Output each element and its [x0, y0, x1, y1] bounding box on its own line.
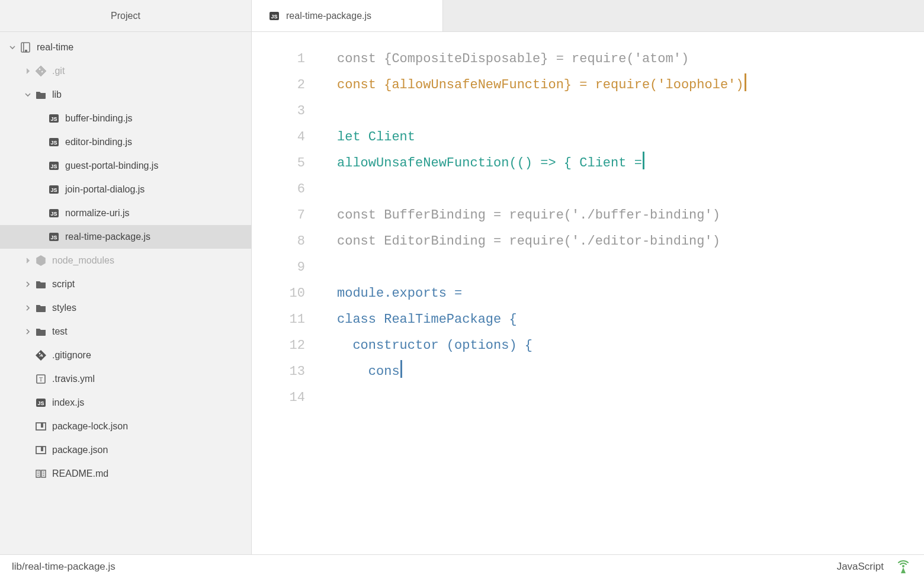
- tree-label: join-portal-dialog.js: [65, 184, 145, 195]
- tree-item-file[interactable]: .gitignore: [0, 343, 251, 367]
- line-number: 2: [252, 72, 305, 98]
- js-file-icon: JS: [47, 136, 60, 149]
- cursor: [643, 152, 644, 169]
- svg-text:JS: JS: [50, 187, 57, 193]
- tree-root[interactable]: real-time: [0, 36, 251, 59]
- code-line[interactable]: [337, 255, 924, 281]
- code-line[interactable]: allowUnsafeNewFunction(() => { Client =: [337, 150, 924, 176]
- code-line[interactable]: class RealTimePackage {: [337, 307, 924, 333]
- tree-item-file[interactable]: JS normalize-uri.js: [0, 201, 251, 225]
- code-line[interactable]: module.exports =: [337, 281, 924, 307]
- tree-label: .gitignore: [52, 350, 91, 361]
- line-number: 12: [252, 333, 305, 359]
- chevron-right-icon[interactable]: [24, 258, 32, 264]
- folder-icon: [34, 301, 47, 314]
- tree-label: real-time: [37, 42, 73, 53]
- svg-rect-1: [23, 43, 24, 52]
- tab-bar[interactable]: JS real-time-package.js: [252, 0, 924, 32]
- chevron-down-icon[interactable]: [24, 92, 32, 98]
- tree-item-file[interactable]: T .travis.yml: [0, 367, 251, 391]
- cursor: [400, 360, 402, 378]
- git-icon: [34, 349, 47, 362]
- chevron-right-icon[interactable]: [24, 329, 32, 335]
- code-line[interactable]: cons: [337, 359, 924, 385]
- code-line[interactable]: const BufferBinding = require('./buffer-…: [337, 203, 924, 229]
- tree-label: buffer-binding.js: [65, 113, 133, 124]
- tree-label: lib: [52, 89, 62, 100]
- js-file-icon: JS: [47, 230, 60, 243]
- code-line[interactable]: const {CompositeDisposable} = require('a…: [337, 46, 924, 72]
- tree-label: index.js: [52, 397, 84, 408]
- file-tree[interactable]: real-time .git lib: [0, 32, 251, 554]
- line-number: 13: [252, 359, 305, 385]
- travis-icon: T: [34, 373, 47, 386]
- teletype-icon[interactable]: [894, 558, 912, 576]
- line-number: 3: [252, 98, 305, 124]
- svg-rect-2: [25, 50, 27, 52]
- tree-item-file[interactable]: package-lock.json: [0, 415, 251, 438]
- tree-item-file[interactable]: JS join-portal-dialog.js: [0, 178, 251, 201]
- tree-item-folder[interactable]: script: [0, 272, 251, 296]
- code-area[interactable]: const {CompositeDisposable} = require('a…: [316, 46, 924, 554]
- readme-icon: [34, 467, 47, 480]
- tab-active[interactable]: JS real-time-package.js: [252, 0, 443, 31]
- tab-title: real-time-package.js: [286, 11, 371, 21]
- status-file-path[interactable]: lib/real-time-package.js: [12, 561, 116, 573]
- svg-text:JS: JS: [37, 400, 44, 406]
- code-line[interactable]: [337, 176, 924, 203]
- cursor: [745, 73, 746, 91]
- code-line[interactable]: [337, 98, 924, 124]
- folder-icon: [34, 325, 47, 338]
- js-file-icon: JS: [47, 159, 60, 172]
- tree-item-file[interactable]: JS index.js: [0, 391, 251, 415]
- gutter: 1234567891011121314: [252, 46, 316, 554]
- npm-icon: [34, 444, 47, 457]
- chevron-right-icon[interactable]: [24, 281, 32, 287]
- line-number: 10: [252, 281, 305, 307]
- svg-point-3: [39, 69, 41, 70]
- tree-item-file[interactable]: package.json: [0, 438, 251, 462]
- svg-rect-28: [41, 447, 43, 451]
- tree-label: package-lock.json: [52, 421, 128, 432]
- tree-label: .git: [52, 66, 65, 76]
- line-number: 5: [252, 150, 305, 176]
- tree-item-folder[interactable]: test: [0, 320, 251, 343]
- git-icon: [34, 65, 47, 78]
- svg-text:JS: JS: [50, 235, 57, 240]
- status-language[interactable]: JavaScript: [837, 561, 884, 573]
- repo-icon: [19, 41, 32, 54]
- tree-item-file[interactable]: JS guest-portal-binding.js: [0, 154, 251, 178]
- line-number: 9: [252, 255, 305, 281]
- tree-label: real-time-package.js: [65, 232, 150, 242]
- tree-item-file[interactable]: README.md: [0, 462, 251, 486]
- svg-text:JS: JS: [50, 211, 57, 217]
- tree-item-file[interactable]: JS buffer-binding.js: [0, 107, 251, 130]
- chevron-right-icon[interactable]: [24, 305, 32, 311]
- code-line[interactable]: constructor (options) {: [337, 333, 924, 359]
- code-line[interactable]: [337, 385, 924, 411]
- project-sidebar: Project real-time .gi: [0, 0, 252, 554]
- tree-item-file[interactable]: JS editor-binding.js: [0, 130, 251, 154]
- tree-label: README.md: [52, 468, 108, 479]
- editor-pane: JS real-time-package.js 1234567891011121…: [252, 0, 924, 554]
- code-editor[interactable]: 1234567891011121314 const {CompositeDisp…: [252, 32, 924, 554]
- tree-item-node-modules[interactable]: node_modules: [0, 249, 251, 272]
- svg-point-18: [39, 353, 41, 355]
- svg-text:JS: JS: [271, 14, 277, 20]
- svg-text:T: T: [39, 376, 43, 383]
- js-file-icon: JS: [47, 183, 60, 196]
- tree-item-file[interactable]: JS real-time-package.js: [0, 225, 251, 249]
- tree-item-git[interactable]: .git: [0, 59, 251, 83]
- tree-label: editor-binding.js: [65, 137, 132, 147]
- svg-point-31: [902, 565, 904, 567]
- folder-icon: [34, 278, 47, 291]
- code-line[interactable]: const {allowUnsafeNewFunction} = require…: [337, 72, 924, 98]
- code-line[interactable]: let Client: [337, 124, 924, 150]
- tree-item-folder[interactable]: styles: [0, 296, 251, 320]
- line-number: 8: [252, 229, 305, 255]
- tree-item-lib[interactable]: lib: [0, 83, 251, 107]
- tree-label: test: [52, 326, 68, 337]
- chevron-right-icon[interactable]: [24, 68, 32, 74]
- code-line[interactable]: const EditorBinding = require('./editor-…: [337, 229, 924, 255]
- chevron-down-icon[interactable]: [8, 44, 17, 50]
